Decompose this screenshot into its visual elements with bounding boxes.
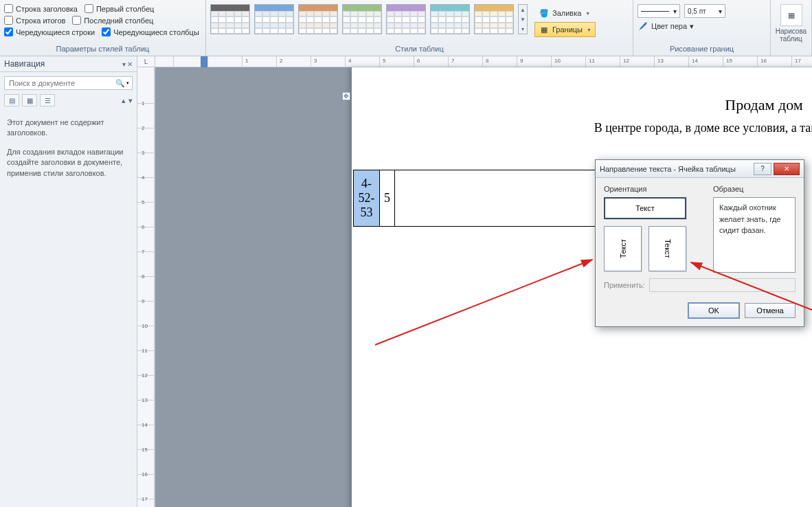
table-style-1[interactable] — [254, 4, 294, 34]
table-style-6[interactable] — [474, 4, 514, 34]
ribbon: Строка заголовка Первый столбец Строка и… — [0, 0, 812, 56]
nav-empty-message: Этот документ не содержит заголовков. Дл… — [0, 111, 137, 194]
dialog-close-button[interactable]: ✕ — [774, 163, 800, 175]
borders-icon: ▦ — [539, 24, 550, 35]
shading-button[interactable]: 🪣Заливка▼ — [534, 5, 596, 21]
search-input[interactable] — [8, 78, 115, 88]
ribbon-group-draw-borders: ▾ 0,5 пт▾ 🖊️ Цвет пера ▾ Рисование грани… — [633, 0, 771, 56]
group-label-styles: Стили таблиц — [210, 43, 629, 56]
line-weight-select[interactable]: 0,5 пт▾ — [684, 4, 725, 18]
sample-preview: Каждый охотник желает знать, где сидит ф… — [713, 197, 796, 273]
navigation-pane: Навигация ▾ ✕ 🔍▾ ▤ ▦ ☰ ▴ ▾ Этот документ… — [0, 56, 137, 507]
vertical-ruler-wrap: L — [137, 56, 155, 507]
style-nav-up[interactable]: ▲ — [519, 5, 527, 14]
table-style-2[interactable] — [298, 4, 338, 34]
nav-title: Навигация — [4, 59, 45, 69]
table-cell[interactable] — [395, 170, 598, 227]
sample-label: Образец — [713, 185, 796, 193]
chk-banded-rows[interactable]: Чередующиеся строки — [4, 27, 95, 36]
line-style-select[interactable]: ▾ — [638, 4, 680, 18]
document-area: ✥ Продам дом В центре города, в доме все… — [155, 56, 812, 507]
table-style-3[interactable] — [342, 4, 382, 34]
group-label-borders: Рисование границ — [638, 43, 766, 56]
nav-view-headings[interactable]: ▤ — [4, 94, 19, 106]
ribbon-group-table-options: Строка заголовка Первый столбец Строка и… — [0, 0, 206, 56]
style-nav-more[interactable]: ▾ — [519, 24, 527, 34]
cancel-button[interactable]: Отмена — [745, 303, 796, 318]
pen-color-dropdown[interactable]: ▾ — [690, 22, 694, 31]
orient-vertical-down-button[interactable]: Текст — [649, 226, 686, 271]
chk-banded-cols[interactable]: Чередующиеся столбцы — [102, 27, 199, 36]
ok-button[interactable]: OK — [688, 303, 739, 318]
draw-table-icon: ▦ — [780, 4, 802, 26]
bucket-icon: 🪣 — [539, 8, 550, 19]
ribbon-group-draw: ▦ Нарисова таблиц — [771, 0, 812, 56]
orientation-label: Ориентация — [604, 185, 703, 193]
nav-close[interactable]: ✕ — [127, 60, 133, 68]
nav-prev[interactable]: ▴ — [122, 96, 126, 105]
chk-last-col[interactable]: Последний столбец — [72, 16, 153, 25]
chk-header-row[interactable]: Строка заголовка — [4, 4, 78, 13]
doc-heading: Продам дом — [352, 96, 812, 114]
pen-color-label: Цвет пера — [651, 22, 687, 30]
nav-search[interactable]: 🔍▾ — [4, 76, 133, 90]
group-label-options: Параметры стилей таблиц — [4, 43, 201, 56]
ruler-corner[interactable]: L — [137, 56, 155, 67]
borders-button[interactable]: ▦Границы▼ — [534, 22, 596, 37]
table-cell[interactable]: 5 — [380, 170, 395, 227]
style-nav-down[interactable]: ▼ — [519, 14, 527, 24]
doc-subheading: В центре города, в доме все условия, а т… — [352, 121, 812, 135]
ribbon-group-table-styles: ▲ ▼ ▾ 🪣Заливка▼ ▦Границы▼ Стили таблиц — [206, 0, 633, 56]
dialog-text-direction: Направление текста - Ячейка таблицы ? ✕ … — [595, 159, 804, 327]
orient-vertical-up-button[interactable]: Текст — [604, 226, 642, 271]
chk-total-row[interactable]: Строка итогов — [4, 16, 65, 25]
ruler-margin-indicator[interactable] — [201, 56, 207, 67]
vertical-ruler[interactable] — [137, 67, 155, 507]
apply-label: Применить: — [604, 281, 645, 289]
dialog-help-button[interactable]: ? — [754, 163, 771, 175]
table-style-4[interactable] — [386, 4, 426, 34]
orient-horizontal-button[interactable]: Текст — [604, 197, 686, 219]
nav-view-pages[interactable]: ▦ — [22, 94, 37, 106]
apply-select[interactable] — [649, 278, 796, 292]
table-cell-selected[interactable]: 4-52-53 — [354, 170, 380, 227]
nav-next[interactable]: ▾ — [128, 96, 133, 105]
style-gallery-nav[interactable]: ▲ ▼ ▾ — [518, 4, 528, 34]
pen-icon: 🖊️ — [638, 21, 649, 32]
nav-menu-dropdown[interactable]: ▾ — [122, 60, 126, 68]
table-style-0[interactable] — [210, 4, 250, 34]
table-move-handle[interactable]: ✥ — [342, 92, 350, 100]
horizontal-ruler[interactable] — [155, 56, 812, 67]
dialog-titlebar[interactable]: Направление текста - Ячейка таблицы ? ✕ — [596, 160, 804, 178]
table-style-5[interactable] — [430, 4, 470, 34]
search-icon[interactable]: 🔍 — [115, 79, 125, 88]
draw-table-button[interactable]: ▦ Нарисова таблиц — [773, 1, 809, 43]
chk-first-col[interactable]: Первый столбец — [84, 4, 154, 13]
nav-view-results[interactable]: ☰ — [40, 94, 55, 106]
